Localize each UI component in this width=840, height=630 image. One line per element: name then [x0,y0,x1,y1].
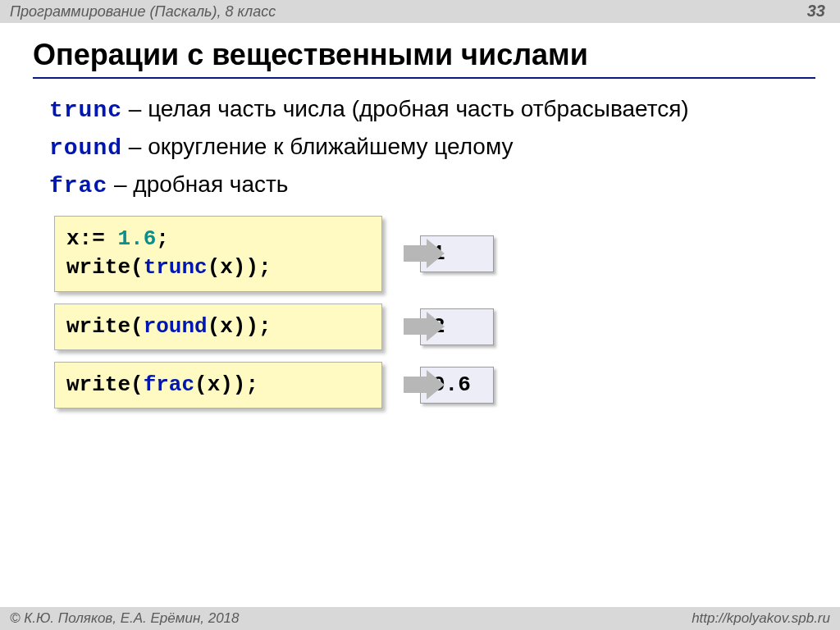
definition-trunc-text: – целая часть числа (дробная часть отбра… [122,96,689,121]
code-box: x:= 1.6; write(trunc(x)); [54,216,382,291]
definition-trunc: trunc – целая часть числа (дробная часть… [49,94,807,126]
breadcrumb: Программирование (Паскаль), 8 класс [10,3,276,21]
definition-round: round – округление к ближайшему целому [49,131,807,164]
code-box: write(frac(x)); [54,362,382,409]
footer-bar: © К.Ю. Поляков, Е.А. Ерёмин, 2018 http:/… [0,607,840,630]
content: trunc – целая часть числа (дробная часть… [49,94,807,420]
definition-frac-text: – дробная часть [107,171,288,197]
footer-url: http://kpolyakov.spb.ru [692,610,830,627]
keyword-frac: frac [49,173,107,199]
example-row-trunc: x:= 1.6; write(trunc(x)); 1 [54,216,807,291]
example-row-round: write(round(x)); 2 [54,304,807,350]
definition-frac: frac – дробная часть [49,169,807,202]
keyword-trunc: trunc [49,98,122,123]
definition-round-text: – округление к ближайшему целому [122,134,513,159]
page-number: 33 [807,2,825,21]
example-row-frac: write(frac(x)); 0.6 [54,362,807,409]
header-bar: Программирование (Паскаль), 8 класс [0,0,840,23]
slide-title: Операции с вещественными числами [33,38,815,79]
copyright: © К.Ю. Поляков, Е.А. Ерёмин, 2018 [10,610,240,627]
slide: Программирование (Паскаль), 8 класс 33 О… [0,0,840,630]
examples: x:= 1.6; write(trunc(x)); 1 write(round(… [49,216,807,408]
keyword-round: round [49,135,122,161]
code-box: write(round(x)); [54,304,382,350]
